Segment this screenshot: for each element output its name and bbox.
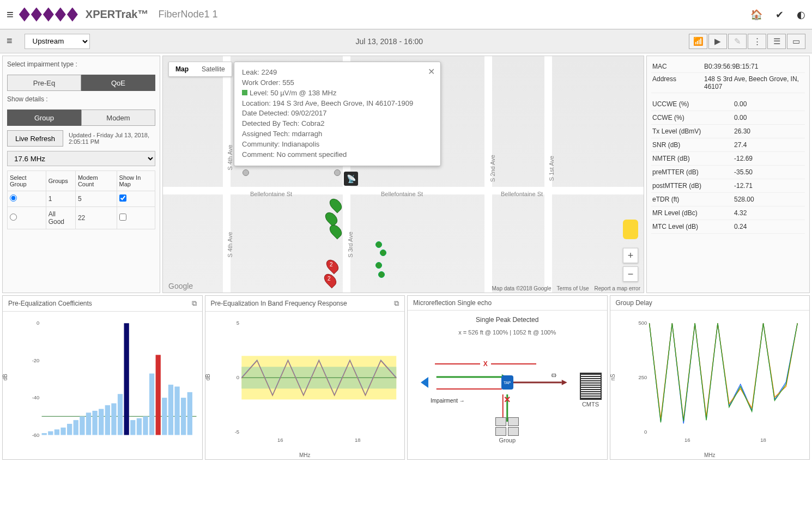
metric-row: NMTER (dB)-12.69	[651, 152, 805, 166]
inband-response-chart: Pre-Equalization In Band Frequency Respo…	[205, 295, 405, 460]
antenna-icon[interactable]: 📡	[344, 172, 358, 186]
svg-text:16: 16	[684, 437, 690, 443]
map-panel[interactable]: Bellefontaine St Bellefontaine St Bellef…	[162, 56, 644, 293]
svg-text:0: 0	[644, 430, 647, 435]
frequency-select[interactable]: 17.6 MHz	[7, 151, 155, 166]
map-tab[interactable]: Map	[169, 62, 195, 76]
svg-text:⏛: ⏛	[551, 368, 557, 379]
copy-icon[interactable]: ⧉	[394, 299, 399, 308]
svg-rect-26	[174, 387, 179, 435]
map-marker-icon[interactable]	[334, 169, 341, 176]
svg-rect-17	[118, 394, 123, 435]
svg-rect-13	[92, 411, 97, 435]
svg-text:16: 16	[277, 437, 283, 443]
map-type-toggle: Map Satellite	[168, 62, 232, 77]
impairment-label: Select impairment type :	[7, 60, 155, 68]
svg-rect-6	[48, 431, 53, 435]
svg-rect-5	[42, 433, 47, 435]
metric-row: CCWE (%)0.00	[651, 111, 805, 125]
breadcrumb: FiberNode1 1	[158, 9, 217, 20]
list-icon[interactable]: ☰	[767, 34, 786, 49]
check-icon[interactable]: ✔	[775, 9, 784, 21]
modem-button[interactable]: Modem	[81, 110, 155, 126]
group-radio-2[interactable]	[10, 214, 17, 221]
contrast-icon[interactable]: ◐	[797, 9, 805, 21]
app-name: XPERTrak™	[86, 8, 149, 21]
map-dot-icon[interactable]	[375, 262, 382, 269]
svg-text:-60: -60	[32, 433, 40, 438]
metric-row: preMTTER (dB)-35.50	[651, 166, 805, 179]
svg-text:-20: -20	[32, 358, 40, 363]
svg-text:0: 0	[236, 375, 239, 380]
metric-row: MR Level (dBc)4.32	[651, 206, 805, 220]
zoom-in-button[interactable]: +	[623, 248, 638, 263]
group-delay-chart: Group Delay 02505001618 nS MHz	[610, 295, 810, 460]
svg-rect-22	[149, 374, 154, 435]
svg-rect-20	[137, 418, 142, 435]
datetime-label: Jul 13, 2018 - 16:00	[96, 37, 682, 46]
svg-text:250: 250	[638, 375, 647, 380]
map-marker-icon[interactable]	[243, 169, 249, 176]
map-dot-icon[interactable]	[375, 241, 382, 248]
left-panel: Select impairment type : Pre-Eq QoE Show…	[2, 56, 160, 293]
more-icon[interactable]: ⋮	[748, 34, 766, 49]
edit-icon[interactable]: ✎	[728, 34, 747, 49]
svg-rect-28	[187, 392, 192, 435]
svg-text:5: 5	[236, 320, 239, 326]
map-dot-icon[interactable]	[380, 250, 386, 256]
live-refresh-button[interactable]: Live Refresh	[7, 130, 63, 147]
svg-rect-8	[60, 428, 65, 435]
svg-rect-21	[143, 416, 148, 435]
show-map-check-2[interactable]	[119, 214, 126, 221]
svg-rect-24	[162, 398, 167, 435]
svg-rect-16	[111, 403, 116, 435]
table-row[interactable]: 15	[8, 191, 155, 207]
svg-rect-18	[124, 323, 129, 435]
svg-text:18: 18	[354, 437, 360, 443]
window-icon[interactable]: ▭	[787, 34, 805, 49]
svg-rect-12	[86, 412, 91, 435]
group-radio-1[interactable]	[10, 194, 17, 202]
metric-row: MTC Level (dB)0.24	[651, 220, 805, 234]
svg-text:18: 18	[760, 437, 766, 443]
metric-row: UCCWE (%)0.00	[651, 98, 805, 111]
menu-icon[interactable]: ≡	[7, 8, 14, 22]
svg-marker-40	[562, 380, 567, 385]
close-icon[interactable]: ✕	[428, 65, 435, 78]
svg-text:500: 500	[638, 320, 647, 326]
table-row[interactable]: All Good22	[8, 207, 155, 229]
cmts-icon	[580, 373, 602, 400]
subbar: ≡ Upstream Jul 13, 2018 - 16:00 📶 ▶ ✎ ⋮ …	[0, 29, 812, 53]
viavi-logo	[19, 8, 78, 22]
qoe-button[interactable]: QoE	[81, 75, 155, 91]
metric-row: Tx Level (dBmV)26.30	[651, 125, 805, 138]
svg-rect-11	[80, 416, 84, 435]
direction-select[interactable]: Upstream	[25, 34, 90, 49]
level-indicator-icon	[242, 90, 247, 95]
pegman-icon[interactable]	[623, 220, 638, 239]
svg-text:-40: -40	[32, 395, 40, 400]
preeq-button[interactable]: Pre-Eq	[7, 75, 81, 91]
metric-row: SNR (dB)27.4	[651, 138, 805, 152]
show-map-check-1[interactable]	[119, 194, 126, 202]
home-icon[interactable]: 🏠	[750, 9, 762, 21]
svg-text:0: 0	[37, 320, 39, 326]
signal-icon[interactable]: 📶	[689, 34, 707, 49]
play-icon[interactable]: ▶	[708, 34, 727, 49]
svg-rect-27	[181, 398, 186, 435]
group-button[interactable]: Group	[7, 110, 81, 126]
copy-icon[interactable]: ⧉	[192, 299, 197, 308]
map-attribution: Map data ©2018 GoogleTerms of UseReport …	[486, 285, 640, 291]
zoom-out-button[interactable]: −	[623, 266, 638, 282]
group-table: Select GroupGroupsModem CountShow In Map…	[7, 171, 155, 229]
topbar: ≡ XPERTrak™ FiberNode1 1 🏠 ✔ ◐	[0, 0, 812, 29]
info-window: ✕ Leak: 2249 Work Order: 555 Level: 50 µ…	[234, 62, 441, 166]
svg-rect-7	[54, 429, 59, 435]
google-logo: Google	[168, 282, 193, 290]
metric-row: eTDR (ft)528.00	[651, 193, 805, 206]
map-dot-icon[interactable]	[378, 271, 385, 278]
satellite-tab[interactable]: Satellite	[195, 62, 232, 76]
impairment-x-icon: ✕	[504, 394, 511, 405]
svg-rect-15	[105, 405, 110, 435]
submenu-icon[interactable]: ≡	[7, 35, 13, 47]
